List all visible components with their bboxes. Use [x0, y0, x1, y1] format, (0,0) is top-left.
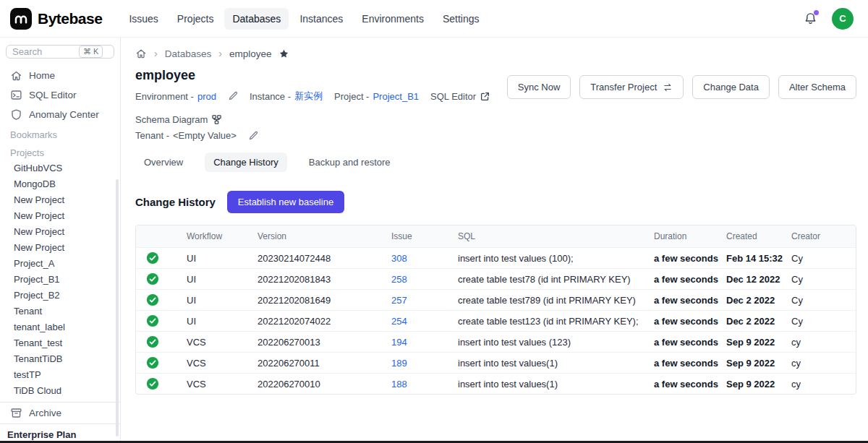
tenant-meta: Tenant - <Empty Value>: [135, 130, 237, 141]
issue-link[interactable]: 194: [391, 337, 407, 348]
action-button-change-data[interactable]: Change Data: [692, 75, 770, 99]
cell-creator: Cy: [791, 295, 856, 306]
sidebar-project-tenant-test[interactable]: Tenant_test: [0, 335, 120, 351]
cell-workflow: UI: [187, 253, 258, 264]
sidebar-item-home[interactable]: Home: [0, 66, 120, 85]
sidebar-scrollbar[interactable]: [116, 179, 119, 436]
meta-line-1: Environment - prod Instance - 新实例 Projec…: [135, 90, 507, 125]
sidebar-project-new-project[interactable]: New Project: [0, 240, 120, 256]
history-table-body: UI20230214072448308insert into test valu…: [136, 247, 856, 394]
sidebar-item-archive[interactable]: Archive: [0, 402, 120, 423]
table-row[interactable]: UI20221202081843258create table test78 (…: [136, 268, 856, 289]
table-row[interactable]: VCS202206270010188insert into test value…: [136, 373, 856, 394]
action-button-alter-schema[interactable]: Alter Schema: [778, 75, 856, 99]
column-header-sql: SQL: [458, 231, 654, 241]
table-row[interactable]: VCS202206270011189insert into test value…: [136, 352, 856, 373]
action-button-transfer-project[interactable]: Transfer Project: [579, 75, 684, 99]
notifications-bell-icon[interactable]: [804, 12, 817, 25]
sidebar-project-tenant[interactable]: Tenant: [0, 304, 120, 319]
issue-link[interactable]: 254: [391, 316, 407, 327]
sql-editor-link[interactable]: SQL Editor: [430, 91, 490, 102]
cell-workflow: VCS: [187, 379, 258, 390]
nav-item-issues[interactable]: Issues: [121, 8, 166, 30]
sidebar-project-project-a[interactable]: Project_A: [0, 256, 120, 272]
sidebar-project-testtp[interactable]: testTP: [0, 367, 120, 383]
home-icon: [10, 69, 22, 82]
schema-diagram-icon: [211, 114, 222, 125]
cell-creator: Cy: [791, 316, 856, 327]
cell-creator: Cy: [791, 253, 856, 264]
top-bar: Bytebase IssuesProjectsDatabasesInstance…: [0, 0, 868, 38]
page-actions: Sync NowTransfer ProjectChange DataAlter…: [507, 68, 856, 99]
issue-link[interactable]: 258: [391, 274, 407, 285]
pencil-icon[interactable]: [228, 91, 238, 101]
meta-line-2: Tenant - <Empty Value>: [135, 130, 507, 141]
schema-diagram-link[interactable]: Schema Diagram: [135, 114, 222, 125]
sidebar-project-tenanttidb[interactable]: TenantTiDB: [0, 351, 120, 367]
page-head: employee Environment - prod Instance - 新…: [135, 68, 856, 141]
cell-created: Feb 14 15:32: [726, 253, 791, 264]
home-breadcrumb-icon[interactable]: [135, 48, 147, 59]
cell-creator: Cy: [791, 274, 856, 285]
brand[interactable]: Bytebase: [10, 8, 102, 30]
sidebar-project-new-project[interactable]: New Project: [0, 224, 120, 240]
search-box[interactable]: ⌘ K: [6, 45, 114, 59]
status-success-icon: [136, 293, 187, 306]
cell-created: Sep 9 2022: [726, 358, 791, 369]
sidebar-item-label: Archive: [29, 407, 61, 419]
environment-label: Environment -: [135, 91, 194, 102]
tab-overview[interactable]: Overview: [135, 152, 192, 172]
table-row[interactable]: VCS202206270013194insert into test value…: [136, 331, 856, 352]
transfer-icon: [663, 82, 673, 93]
cell-issue: 194: [391, 337, 458, 348]
avatar[interactable]: C: [832, 8, 854, 30]
sidebar-item-sql-editor[interactable]: SQL Editor: [0, 85, 120, 105]
cell-workflow: UI: [187, 295, 258, 306]
pencil-icon[interactable]: [248, 131, 258, 141]
cell-duration: a few seconds: [654, 337, 726, 348]
sidebar-project-project-b1[interactable]: Project_B1: [0, 272, 120, 288]
project-link[interactable]: Project_B1: [373, 91, 419, 102]
cell-created: Dec 12 2022: [726, 274, 791, 285]
instance-meta: Instance - 新实例: [250, 90, 323, 103]
tab-backup-and-restore[interactable]: Backup and restore: [300, 152, 399, 172]
topbar-right: C: [804, 8, 854, 30]
cell-version: 202206270011: [258, 358, 391, 369]
cell-workflow: VCS: [187, 337, 258, 348]
sidebar-project-mongodb[interactable]: MongoDB: [0, 176, 120, 192]
status-success-icon: [136, 251, 187, 264]
sidebar-project-githubvcs[interactable]: GitHubVCS: [0, 160, 120, 176]
instance-link[interactable]: 新实例: [294, 90, 323, 103]
table-row[interactable]: UI20230214072448308insert into test valu…: [136, 247, 856, 268]
sidebar-project-tidb-cloud[interactable]: TiDB Cloud: [0, 383, 120, 399]
issue-link[interactable]: 189: [391, 358, 407, 369]
tab-bar: OverviewChange HistoryBackup and restore: [135, 152, 856, 172]
action-button-sync-now[interactable]: Sync Now: [507, 75, 571, 99]
establish-baseline-button[interactable]: Establish new baseline: [227, 191, 344, 213]
environment-link[interactable]: prod: [197, 91, 216, 102]
nav-item-settings[interactable]: Settings: [435, 8, 488, 30]
tab-change-history[interactable]: Change History: [205, 152, 287, 172]
nav-item-instances[interactable]: Instances: [292, 8, 351, 30]
section-title: Change History: [135, 196, 216, 208]
nav-item-databases[interactable]: Databases: [224, 8, 289, 30]
sidebar-project-new-project[interactable]: New Project: [0, 208, 120, 224]
issue-link[interactable]: 188: [391, 379, 407, 390]
search-input[interactable]: [12, 46, 76, 57]
bookmark-star-icon[interactable]: [278, 48, 289, 59]
sidebar-project-new-project[interactable]: New Project: [0, 192, 120, 208]
breadcrumb-databases[interactable]: Databases: [165, 48, 212, 59]
search-shortcut: ⌘ K: [79, 46, 103, 58]
sidebar-item-anomaly-center[interactable]: Anomaly Center: [0, 105, 120, 124]
project-label: Project -: [334, 91, 369, 102]
nav-item-projects[interactable]: Projects: [169, 8, 222, 30]
sidebar-item-label: SQL Editor: [29, 89, 77, 101]
nav-item-environments[interactable]: Environments: [354, 8, 432, 30]
issue-link[interactable]: 308: [391, 253, 407, 264]
issue-link[interactable]: 257: [391, 295, 407, 306]
table-row[interactable]: UI20221202074022254create table test123 …: [136, 310, 856, 331]
sidebar-project-project-b2[interactable]: Project_B2: [0, 288, 120, 304]
sidebar-project-tenant-label[interactable]: tenant_label: [0, 319, 120, 335]
table-row[interactable]: UI20221202081649257create table test789 …: [136, 289, 856, 310]
breadcrumb-current: employee: [229, 48, 272, 59]
